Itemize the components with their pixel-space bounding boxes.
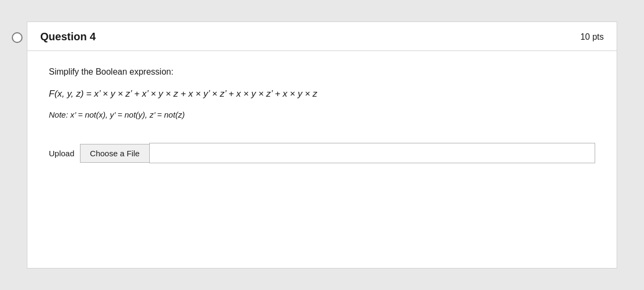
question-circle-indicator — [12, 32, 23, 43]
upload-section: Upload Choose a File — [49, 143, 595, 163]
file-input-area[interactable] — [149, 143, 595, 163]
question-body: Simplify the Boolean expression: F(x, y,… — [27, 51, 617, 179]
page-wrapper: Question 4 10 pts Simplify the Boolean e… — [0, 0, 644, 290]
upload-label: Upload — [49, 149, 75, 158]
question-header: Question 4 10 pts — [27, 22, 617, 51]
math-function: F(x, y, z) = x’ × y × z’ + x’ × y × z + … — [49, 89, 317, 99]
card-outer: Question 4 10 pts Simplify the Boolean e… — [27, 21, 617, 269]
choose-file-button[interactable]: Choose a File — [80, 144, 150, 163]
question-points: 10 pts — [580, 32, 604, 42]
note-prefix: Note: x’ = not(x), y’ = not(y), z’ = not… — [49, 110, 185, 119]
math-expression: F(x, y, z) = x’ × y × z’ + x’ × y × z + … — [49, 86, 595, 101]
question-prompt: Simplify the Boolean expression: — [49, 67, 595, 77]
question-card: Question 4 10 pts Simplify the Boolean e… — [27, 21, 617, 269]
math-note: Note: x’ = not(x), y’ = not(y), z’ = not… — [49, 108, 595, 121]
question-title: Question 4 — [40, 31, 96, 43]
